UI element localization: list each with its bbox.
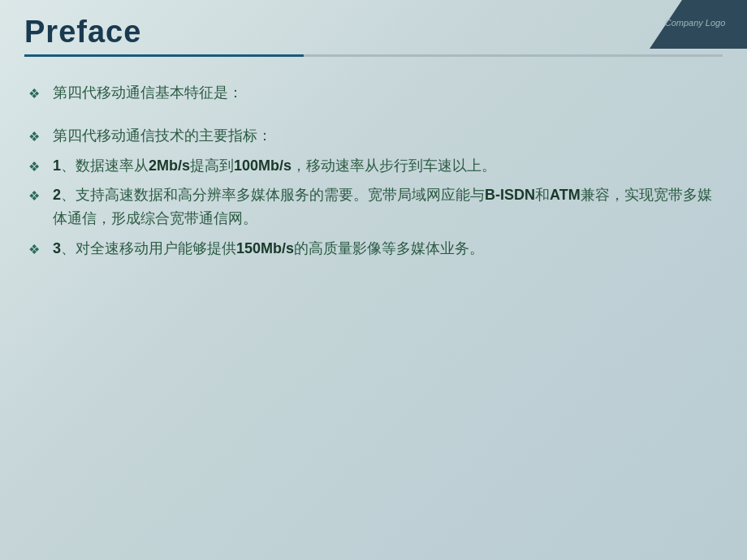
bullet-text-5: 3、对全速移动用户能够提供150Mb/s的高质量影像等多媒体业务。: [53, 237, 719, 261]
diamond-icon-5: [28, 239, 45, 256]
bullet-item-3: 1、数据速率从2Mb/s提高到100Mb/s，移动速率从步行到车速以上。: [28, 154, 719, 178]
bullet-text-3: 1、数据速率从2Mb/s提高到100Mb/s，移动速率从步行到车速以上。: [53, 154, 719, 178]
diamond-icon-2: [28, 127, 45, 143]
slide-content: 第四代移动通信基本特征是： 第四代移动通信技术的主要指标： 1、数据速率从2Mb…: [0, 65, 747, 283]
header-underline: [24, 54, 723, 57]
bullet-item-2: 第四代移动通信技术的主要指标：: [28, 124, 719, 148]
bullet-text-2: 第四代移动通信技术的主要指标：: [53, 124, 719, 148]
bullet-text-1: 第四代移动通信基本特征是：: [53, 81, 719, 105]
slide-title: Preface: [24, 15, 723, 50]
diamond-icon-3: [28, 157, 45, 173]
diamond-icon-1: [28, 84, 45, 100]
slide: Company Logo Preface 第四代移动通信基本特征是： 第四代移动…: [0, 0, 747, 560]
bullet-item-1: 第四代移动通信基本特征是：: [28, 81, 719, 105]
company-logo-area: Company Logo: [650, 0, 747, 45]
diamond-icon-4: [28, 186, 45, 202]
bullet-item-5: 3、对全速移动用户能够提供150Mb/s的高质量影像等多媒体业务。: [28, 237, 719, 261]
bullet-item-4: 2、支持高速数据和高分辨率多媒体服务的需要。宽带局域网应能与B-ISDN和ATM…: [28, 183, 719, 230]
slide-header: Preface: [0, 0, 747, 65]
bullet-text-4: 2、支持高速数据和高分辨率多媒体服务的需要。宽带局域网应能与B-ISDN和ATM…: [53, 183, 719, 230]
company-logo-text: Company Logo: [665, 18, 726, 28]
